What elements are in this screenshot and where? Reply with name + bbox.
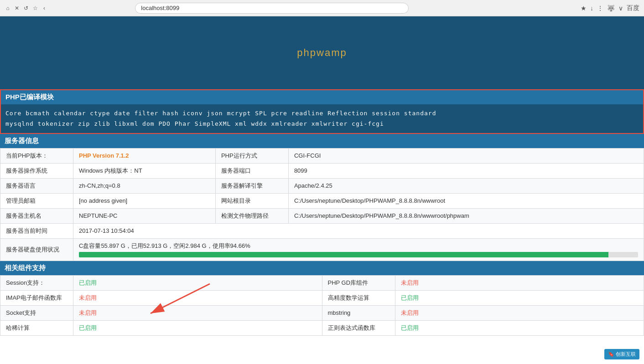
label-disk: 服务器硬盘使用状况 [0, 238, 73, 261]
label-webroot: 网站根目录 [215, 193, 288, 208]
browser-controls: ⌂ ✕ ↺ ☆ ‹ [5, 5, 47, 11]
table-row: 服务器主机名 NEPTUNE-PC 检测文件物理路径 C:/Users/nept… [0, 208, 644, 223]
label-filepath: 检测文件物理路径 [215, 208, 288, 223]
server-info-section: 服务器信息 当前PHP版本： PHP Version 7.1.2 PHP运行方式… [0, 134, 644, 261]
label-socket: Socket支持 [0, 305, 73, 320]
table-row: 服务器硬盘使用状况 C盘容量55.897 G，已用52.913 G，空闲2.98… [0, 238, 644, 261]
value-lang: zh-CN,zh;q=0.8 [73, 178, 216, 193]
value-disk: C盘容量55.897 G，已用52.913 G，空闲2.984 G，使用率94.… [73, 238, 644, 261]
disk-bar-fill [79, 252, 608, 257]
table-row: 哈稀计算 已启用 正则表达式函数库 已启用 [0, 320, 644, 335]
table-row: 当前PHP版本： PHP Version 7.1.2 PHP运行方式 CGI-F… [0, 148, 644, 163]
table-row: Socket支持 未启用 mbstring 未启用 [0, 305, 644, 320]
home-button[interactable]: ⌂ [5, 5, 11, 11]
value-hash: 已启用 [73, 320, 322, 335]
label-gd: PHP GD库组件 [322, 275, 395, 290]
value-engine: Apache/2.4.25 [288, 178, 644, 193]
disk-text: C盘容量55.897 G，已用52.913 G，空闲2.984 G，使用率94.… [79, 242, 638, 250]
url-text: localhost:8099 [141, 5, 179, 11]
expand-icon[interactable]: ∨ [618, 5, 623, 12]
label-email: 管理员邮箱 [0, 193, 73, 208]
php-modules-section: PHP已编译模块 Core bcmath calendar ctype date… [0, 89, 644, 134]
table-row: 管理员邮箱 [no address given] 网站根目录 C:/Users/… [0, 193, 644, 208]
header-banner: phpwamp [0, 16, 644, 89]
value-php-version: PHP Version 7.1.2 [73, 148, 216, 163]
label-regex: 正则表达式函数库 [322, 320, 395, 335]
browser-chrome: ⌂ ✕ ↺ ☆ ‹ localhost:8099 ★ ↓ ⋮ 🐺 ∨ 百度 [0, 0, 644, 16]
label-time: 服务器当前时间 [0, 223, 73, 238]
value-imap: 未启用 [73, 290, 322, 305]
php-modules-content: Core bcmath calendar ctype date filter h… [1, 104, 643, 133]
disk-bar-container [79, 252, 638, 257]
back-button[interactable]: ↺ [23, 5, 29, 11]
address-bar[interactable]: localhost:8099 [135, 3, 409, 14]
label-imap: IMAP电子邮件函数库 [0, 290, 73, 305]
label-port: 服务器端口 [215, 163, 288, 178]
page-content: phpwamp PHP已编译模块 Core bcmath calendar ct… [0, 16, 644, 336]
components-table: Session支持： 已启用 PHP GD库组件 未启用 IMAP电子邮件函数库… [0, 275, 644, 336]
label-session: Session支持： [0, 275, 73, 290]
forward-button[interactable]: ‹ [41, 5, 47, 11]
table-row: IMAP电子邮件函数库 未启用 高精度数学运算 已启用 [0, 290, 644, 305]
server-info-table: 当前PHP版本： PHP Version 7.1.2 PHP运行方式 CGI-F… [0, 148, 644, 261]
value-mbstring: 未启用 [395, 305, 644, 320]
components-header: 相关组件支持 [0, 261, 644, 275]
label-hostname: 服务器主机名 [0, 208, 73, 223]
value-gd: 未启用 [395, 275, 644, 290]
table-row: 服务器语言 zh-CN,zh;q=0.8 服务器解译引擎 Apache/2.4.… [0, 178, 644, 193]
label-php-mode: PHP运行方式 [215, 148, 288, 163]
label-os: 服务器操作系统 [0, 163, 73, 178]
value-php-mode: CGI-FCGI [288, 148, 644, 163]
value-email: [no address given] [73, 193, 216, 208]
menu-icon[interactable]: ⋮ [597, 5, 603, 12]
value-regex: 已启用 [395, 320, 644, 335]
label-php-version: 当前PHP版本： [0, 148, 73, 163]
label-math: 高精度数学运算 [322, 290, 395, 305]
table-row: 服务器操作系统 Windows 内核版本：NT 服务器端口 8099 [0, 163, 644, 178]
table-row: 服务器当前时间 2017-07-13 10:54:04 [0, 223, 644, 238]
php-modules-line1: Core bcmath calendar ctype date filter h… [5, 108, 639, 118]
value-port: 8099 [288, 163, 644, 178]
php-modules-line2: mysqlnd tokenizer zip zlib libxml dom PD… [5, 118, 639, 129]
value-socket: 未启用 [73, 305, 322, 320]
value-session: 已启用 [73, 275, 322, 290]
value-hostname: NEPTUNE-PC [73, 208, 216, 223]
browser-right: ★ ↓ ⋮ 🐺 ∨ 百度 [581, 4, 639, 12]
label-hash: 哈稀计算 [0, 320, 73, 335]
search-engine-label: 百度 [627, 4, 639, 12]
label-mbstring: mbstring [322, 305, 395, 320]
star-button[interactable]: ☆ [32, 5, 38, 11]
value-os: Windows 内核版本：NT [73, 163, 216, 178]
php-modules-header: PHP已编译模块 [1, 90, 643, 104]
components-section: 相关组件支持 Session支持： 已启用 PHP GD库组件 未启用 IMAP… [0, 261, 644, 336]
server-info-header: 服务器信息 [0, 134, 644, 148]
page-wrapper: ⌂ ✕ ↺ ☆ ‹ localhost:8099 ★ ↓ ⋮ 🐺 ∨ 百度 ph… [0, 0, 644, 336]
table-row: Session支持： 已启用 PHP GD库组件 未启用 [0, 275, 644, 290]
header-title: phpwamp [297, 47, 347, 59]
close-button[interactable]: ✕ [14, 5, 20, 11]
value-filepath: C:/Users/neptune/Desktop/PHPWAMP_8.8.8.8… [288, 208, 644, 223]
label-engine: 服务器解译引擎 [215, 178, 288, 193]
bookmark-icon[interactable]: ★ [581, 5, 587, 12]
download-icon[interactable]: ↓ [590, 5, 593, 12]
label-lang: 服务器语言 [0, 178, 73, 193]
value-time: 2017-07-13 10:54:04 [73, 223, 644, 238]
value-math: 已启用 [395, 290, 644, 305]
value-webroot: C:/Users/neptune/Desktop/PHPWAMP_8.8.8.8… [288, 193, 644, 208]
user-icon[interactable]: 🐺 [607, 5, 615, 12]
